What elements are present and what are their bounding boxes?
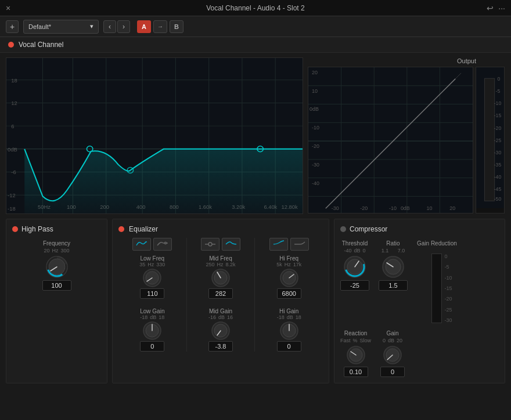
hi-gain-range: -18 dB 18	[277, 314, 301, 320]
low-gain-range: -18 dB 18	[140, 314, 164, 320]
highpass-header: High Pass	[12, 225, 101, 233]
threshold-value[interactable]: -25	[340, 280, 369, 291]
svg-text:6: 6	[11, 124, 14, 129]
add-button[interactable]: +	[6, 20, 19, 33]
mid-gain-knob[interactable]	[210, 320, 231, 341]
low-freq-knob[interactable]	[142, 267, 163, 288]
hi-freq-knob[interactable]	[279, 267, 300, 288]
threshold-group: Threshold -40 dB 0 -25	[340, 240, 369, 323]
highpass-status-dot[interactable]	[12, 226, 18, 232]
window-title: Vocal Channel - Audio 4 - Slot 2	[206, 4, 304, 12]
output-graph-row: 20 10 0dB -10 -20 -30 -40 -30 -20 -10 0d…	[308, 67, 505, 213]
threshold-knob[interactable]	[343, 255, 367, 279]
nav-next-button[interactable]: ›	[117, 20, 130, 33]
toolbar: + Default* ▾ ‹ › A → B	[0, 16, 511, 37]
mid-freq-knob[interactable]	[210, 267, 231, 288]
svg-text:-5: -5	[496, 88, 501, 94]
svg-text:-25: -25	[494, 137, 502, 143]
svg-text:0dB: 0dB	[310, 106, 319, 112]
svg-text:-40: -40	[312, 180, 319, 186]
reaction-knob[interactable]	[346, 345, 366, 365]
menu-icon[interactable]: ···	[498, 3, 505, 13]
gain-reduction-meter	[431, 254, 442, 323]
ratio-label: Ratio	[386, 240, 400, 247]
low-gain-value[interactable]: 0	[140, 341, 164, 352]
mid-gain-value[interactable]: -3.8	[208, 341, 233, 352]
hi-band-icon2[interactable]	[290, 238, 309, 251]
low-freq-range: 35 Hz 330	[139, 262, 165, 267]
svg-text:10: 10	[312, 88, 318, 94]
mid-band: Mid Freq 250 Hz 8.2k 282	[187, 238, 256, 352]
plugin-status-dot[interactable]	[8, 42, 14, 48]
low-band-icon2[interactable]	[153, 238, 172, 251]
low-gain-knob[interactable]	[142, 320, 163, 341]
comp-gain-value[interactable]: 0	[380, 367, 405, 377]
history-icon[interactable]: ↩	[487, 3, 494, 13]
freq-unit: Hz	[52, 248, 58, 254]
hi-gain-label: Hi Gain	[279, 308, 298, 314]
reaction-value[interactable]: 0.10	[344, 367, 368, 377]
eq-status-dot[interactable]	[118, 226, 124, 232]
comp-gain-label: Gain	[386, 330, 398, 336]
plugin-name: Vocal Channel	[19, 41, 63, 49]
low-freq-value[interactable]: 110	[140, 288, 164, 299]
svg-rect-35	[308, 67, 473, 213]
eq-title: Equalizer	[129, 225, 158, 233]
compressor-module: Compressor Threshold -40 dB 0	[334, 219, 505, 383]
low-freq-label: Low Freq	[140, 255, 164, 262]
hi-freq-label: Hi Freq	[279, 255, 298, 262]
frequency-knob[interactable]	[45, 255, 69, 279]
svg-text:-20: -20	[360, 205, 368, 211]
output-graph: 20 10 0dB -10 -20 -30 -40 -30 -20 -10 0d…	[308, 67, 473, 213]
btn-arrow[interactable]: →	[153, 20, 167, 33]
hi-freq-value[interactable]: 6800	[277, 288, 301, 299]
svg-text:-6: -6	[11, 170, 16, 176]
ratio-group: Ratio 1.1 7.0 1.5	[379, 240, 408, 323]
svg-text:-45: -45	[494, 186, 502, 192]
btn-b[interactable]: B	[170, 20, 183, 33]
hi-gain-knob[interactable]	[279, 320, 300, 341]
btn-a[interactable]: A	[137, 20, 151, 33]
highpass-module: High Pass Frequency 20 Hz 300	[6, 219, 107, 383]
close-button[interactable]: ×	[6, 3, 10, 13]
equalizer-module: Equalizer Low Freq 35	[112, 219, 329, 383]
svg-text:-30: -30	[312, 162, 319, 168]
svg-rect-63	[484, 78, 494, 201]
svg-point-87	[208, 242, 212, 246]
mid-band-icon1[interactable]	[201, 238, 219, 251]
frequency-value[interactable]: 100	[42, 280, 71, 291]
svg-text:-30: -30	[494, 150, 502, 155]
ratio-knob[interactable]	[381, 255, 405, 279]
highpass-title: High Pass	[21, 225, 53, 233]
svg-text:-50: -50	[494, 196, 502, 202]
main-content: 18 12 6 0dB -6 -12 -18 50Hz 100 200 400 …	[0, 53, 511, 388]
preset-dropdown[interactable]: Default* ▾	[23, 20, 99, 34]
svg-text:12: 12	[11, 101, 17, 107]
mid-freq-value[interactable]: 282	[208, 288, 233, 299]
svg-text:-15: -15	[494, 113, 502, 118]
eq-graph[interactable]: 18 12 6 0dB -6 -12 -18 50Hz 100 200 400 …	[6, 57, 303, 214]
ratio-range: 1.1 7.0	[382, 248, 405, 254]
compressor-status-dot[interactable]	[340, 226, 346, 232]
mid-band-icon2[interactable]	[222, 238, 240, 251]
svg-text:-10: -10	[312, 125, 319, 131]
nav-prev-button[interactable]: ‹	[103, 20, 116, 33]
low-band-icon1[interactable]	[132, 238, 151, 251]
hi-band: Hi Freq 5k Hz 17k 6800	[255, 238, 323, 352]
svg-text:20: 20	[449, 205, 455, 211]
frequency-range: 20 Hz 300	[44, 248, 69, 254]
plugin-header: Vocal Channel	[0, 37, 511, 53]
top-section: 18 12 6 0dB -6 -12 -18 50Hz 100 200 400 …	[6, 57, 505, 214]
svg-text:0dB: 0dB	[401, 205, 410, 211]
svg-text:-12: -12	[8, 193, 16, 198]
compressor-title: Compressor	[350, 225, 387, 233]
mid-freq-range: 250 Hz 8.2k	[206, 262, 235, 267]
hi-gain-value[interactable]: 0	[277, 341, 301, 352]
svg-text:-10: -10	[494, 100, 502, 106]
svg-text:10: 10	[427, 205, 433, 211]
ab-buttons: A → B	[137, 20, 183, 33]
ratio-value[interactable]: 1.5	[379, 280, 408, 291]
hi-band-icon1[interactable]	[269, 238, 288, 251]
comp-gain-knob[interactable]	[382, 345, 403, 365]
output-label: Output	[308, 57, 505, 64]
